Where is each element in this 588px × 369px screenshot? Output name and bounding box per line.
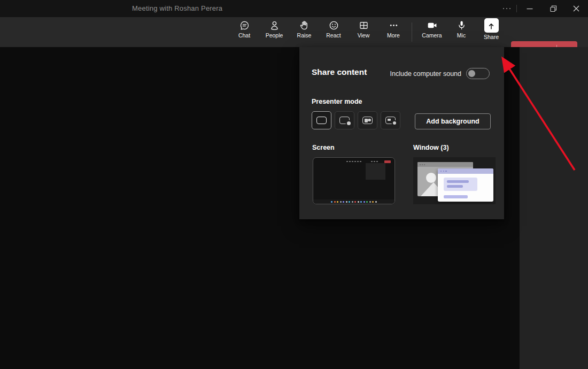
view-grid-icon (358, 20, 369, 31)
people-button[interactable]: People (260, 19, 288, 45)
mic-button[interactable]: Mic (447, 19, 475, 45)
share-arrow-icon (486, 21, 496, 31)
right-background-panel (520, 47, 588, 369)
presenter-mode-row (312, 111, 400, 129)
more-icon (503, 8, 505, 10)
camera-label: Camera (422, 32, 442, 39)
content-only-icon (316, 117, 327, 124)
toolbar-divider (412, 22, 412, 42)
mic-label: Mic (457, 32, 466, 39)
share-panel-title: Share content (312, 67, 367, 77)
minimize-button[interactable] (518, 0, 541, 17)
titlebar: Meeting with Roshan Perera (0, 0, 588, 17)
react-button[interactable]: React (320, 19, 347, 45)
view-label: View (358, 32, 370, 39)
presenter-mode-content-only[interactable] (312, 111, 331, 129)
window-share-thumbnail[interactable] (413, 157, 496, 204)
window-section-label: Window (3) (413, 144, 449, 151)
include-sound-toggle[interactable] (466, 68, 490, 79)
share-box (484, 18, 499, 33)
react-label: React (326, 32, 341, 39)
share-label: Share (484, 34, 499, 40)
react-icon (328, 20, 339, 31)
minimize-icon (524, 3, 535, 14)
chat-button[interactable]: Chat (230, 19, 258, 45)
more-button[interactable]: More (380, 19, 407, 45)
window-title: Meeting with Roshan Perera (132, 0, 222, 17)
screen-section-label: Screen (312, 144, 335, 151)
view-button[interactable]: View (350, 19, 377, 45)
restore-icon (548, 3, 559, 14)
mic-icon (456, 20, 467, 31)
meeting-toolbar: Chat People Raise (0, 17, 588, 47)
presenter-mode-label: Presenter mode (312, 98, 362, 105)
ellipsis-icon (388, 20, 399, 31)
more-label: More (387, 32, 400, 39)
add-background-button[interactable]: Add background (415, 113, 491, 129)
toggle-knob (468, 70, 475, 77)
people-label: People (266, 32, 283, 39)
mini-share-panel (366, 163, 385, 180)
reporter-icon (385, 117, 396, 124)
close-button[interactable] (564, 0, 588, 17)
raise-hand-icon (299, 20, 310, 31)
share-button[interactable]: Share (477, 19, 505, 45)
side-by-side-icon (362, 117, 373, 124)
chat-label: Chat (238, 32, 250, 39)
share-content-panel: Share content Include computer sound Pre… (299, 47, 504, 219)
mini-taskbar (313, 199, 394, 204)
raise-hand-button[interactable]: Raise (290, 19, 318, 45)
close-icon (571, 3, 582, 14)
presenter-mode-reporter[interactable] (381, 111, 400, 129)
titlebar-more-button[interactable] (495, 0, 519, 17)
standout-icon (339, 117, 350, 124)
people-icon (269, 20, 280, 31)
presenter-mode-standout[interactable] (335, 111, 354, 129)
restore-button[interactable] (541, 0, 565, 17)
chat-icon (239, 20, 250, 31)
screen-share-thumbnail[interactable] (313, 157, 395, 204)
titlebar-divider (516, 5, 517, 12)
teams-meeting-window: Meeting with Roshan Perera (0, 0, 588, 369)
front-window-illustration (438, 168, 493, 202)
raise-label: Raise (297, 32, 312, 39)
camera-icon (427, 20, 438, 31)
presenter-mode-side-by-side[interactable] (358, 111, 377, 129)
include-sound-label: Include computer sound (390, 70, 461, 78)
camera-button[interactable]: Camera (418, 19, 446, 45)
